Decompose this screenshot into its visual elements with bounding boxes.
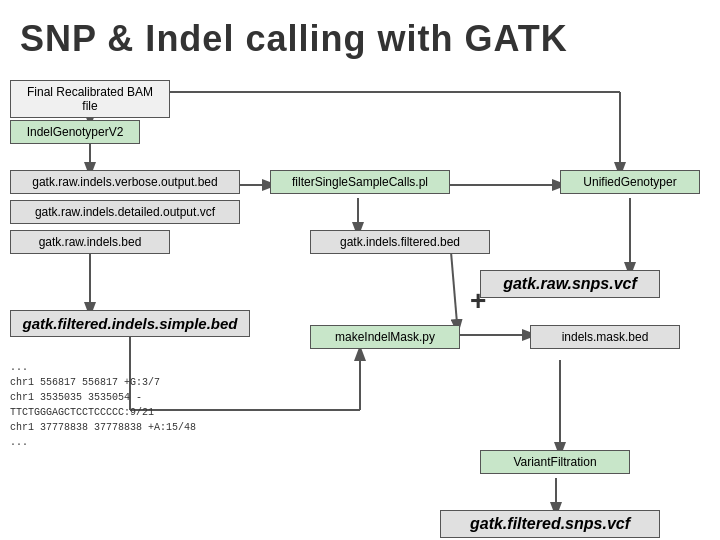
- indel-genotyper-box: IndelGenotyperV2: [10, 120, 140, 144]
- make-indel-mask-box: makeIndelMask.py: [310, 325, 460, 349]
- svg-line-10: [450, 240, 458, 335]
- raw-snps-box: gatk.raw.snps.vcf: [480, 270, 660, 298]
- code-line-3: chr1 3535035 3535054 -TTCTGGGAGCTCCTCCCC…: [10, 390, 250, 420]
- page-title: SNP & Indel calling with GATK: [0, 0, 720, 70]
- filter-single-box: filterSingleSampleCalls.pl: [270, 170, 450, 194]
- code-block: ... chr1 556817 556817 +G:3/7 chr1 35350…: [10, 360, 250, 450]
- indels-mask-box: indels.mask.bed: [530, 325, 680, 349]
- raw-indels-detailed-box: gatk.raw.indels.detailed.output.vcf: [10, 200, 240, 224]
- code-line-2: chr1 556817 556817 +G:3/7: [10, 375, 250, 390]
- bam-file-box: Final Recalibrated BAM file: [10, 80, 170, 118]
- code-line-5: ...: [10, 435, 250, 450]
- code-line-4: chr1 37778838 37778838 +A:15/48: [10, 420, 250, 435]
- plus-sign: +: [470, 285, 486, 317]
- variant-filtration-box: VariantFiltration: [480, 450, 630, 474]
- raw-indels-bed-box: gatk.raw.indels.bed: [10, 230, 170, 254]
- filtered-indels-simple-box: gatk.filtered.indels.simple.bed: [10, 310, 250, 337]
- indels-filtered-box: gatk.indels.filtered.bed: [310, 230, 490, 254]
- raw-indels-verbose-box: gatk.raw.indels.verbose.output.bed: [10, 170, 240, 194]
- main-container: Final Recalibrated BAM file IndelGenotyp…: [0, 70, 720, 540]
- unified-genotyper-box: UnifiedGenotyper: [560, 170, 700, 194]
- filtered-snps-box: gatk.filtered.snps.vcf: [440, 510, 660, 538]
- code-line-1: ...: [10, 360, 250, 375]
